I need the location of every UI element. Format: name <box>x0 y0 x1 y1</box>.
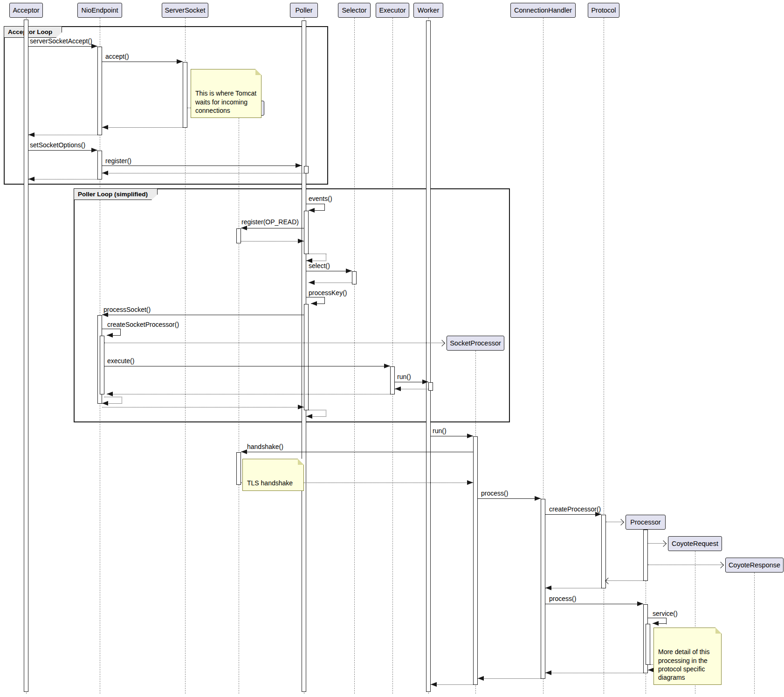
solid-arrowhead-icon <box>102 125 108 130</box>
return-line <box>326 410 326 417</box>
note-text: TLS handshake <box>247 479 293 487</box>
socket-channel-activation-1 <box>236 228 241 243</box>
participant-worker: Worker <box>413 3 443 18</box>
return-line <box>478 678 541 679</box>
participant-label: SocketProcessor <box>450 339 501 347</box>
participant-label: ServerSocket <box>165 7 205 14</box>
solid-arrowhead-icon <box>653 621 659 626</box>
message-label: handshake() <box>247 443 283 450</box>
message-label: setSocketOptions() <box>30 141 85 149</box>
participant-socket-processor: SocketProcessor <box>447 336 504 351</box>
return-line <box>431 684 473 685</box>
return-line <box>241 241 304 242</box>
message-line <box>102 62 183 62</box>
socket-channel-activation-2 <box>236 452 241 485</box>
message-label: processSocket() <box>103 306 151 313</box>
return-line <box>102 173 304 173</box>
return-line <box>545 673 643 673</box>
solid-arrowhead-icon <box>241 449 247 454</box>
return-line <box>102 407 304 407</box>
participant-protocol: Protocol <box>588 3 619 18</box>
return-line <box>28 135 97 135</box>
server-socket-activation <box>183 62 187 128</box>
message-line <box>104 366 390 366</box>
note-fold-icon <box>298 459 304 465</box>
poller-loop-frame-label: Poller Loop (simplified) <box>74 188 158 200</box>
message-label: accept() <box>105 53 129 60</box>
message-line <box>306 297 325 297</box>
participant-acceptor: Acceptor <box>9 3 43 18</box>
solid-arrowhead-icon <box>309 208 315 213</box>
solid-arrowhead-icon <box>296 163 302 168</box>
message-label: processKey() <box>309 289 347 297</box>
solid-arrowhead-icon <box>107 333 113 338</box>
solid-arrowhead-icon <box>177 59 183 64</box>
socket-processor-activation <box>473 436 478 685</box>
solid-arrowhead-icon <box>306 414 312 419</box>
solid-arrowhead-icon <box>545 670 551 675</box>
participant-label: Acceptor <box>13 7 39 14</box>
note-fold-icon <box>715 628 722 634</box>
selector-activation <box>352 271 357 284</box>
message-line <box>324 297 325 304</box>
note-text: This is where Tomcat waits for incoming … <box>195 90 256 114</box>
open-arrowhead-icon <box>618 519 624 525</box>
message-label: register() <box>105 157 131 165</box>
worker-run-activation <box>428 382 433 391</box>
solid-arrowhead-icon <box>91 44 97 48</box>
participant-coyote-response: CoyoteResponse <box>725 558 784 573</box>
return-line <box>122 397 122 404</box>
solid-arrowhead-icon <box>241 226 247 230</box>
participant-label: Worker <box>418 7 439 14</box>
participant-nio-endpoint: NioEndpoint <box>77 3 122 18</box>
participant-server-socket: ServerSocket <box>162 3 208 18</box>
solid-arrowhead-icon <box>298 405 304 409</box>
participant-poller: Poller <box>290 3 318 18</box>
message-line <box>120 329 121 336</box>
lifeline-coyote-response <box>754 573 755 694</box>
participant-label: Processor <box>630 518 660 526</box>
message-line <box>478 498 541 499</box>
message-label: register(OP_READ) <box>241 218 299 226</box>
note-accept-wait: This is where Tomcat waits for incoming … <box>191 69 261 118</box>
processor-activation-1 <box>643 530 648 581</box>
poller-events-activation <box>304 211 309 254</box>
solid-arrowhead-icon <box>637 601 643 606</box>
note-text: More detail of this processing in the pr… <box>658 648 710 681</box>
participant-label: CoyoteRequest <box>672 540 718 547</box>
message-label: process() <box>549 595 576 602</box>
message-label: createProcessor() <box>549 505 601 513</box>
solid-arrowhead-icon <box>311 301 317 306</box>
message-line <box>28 150 97 151</box>
message-line <box>306 204 325 204</box>
solid-arrowhead-icon <box>395 386 401 391</box>
participant-processor: Processor <box>626 515 666 530</box>
message-line <box>545 604 643 604</box>
lifeline-protocol <box>604 18 604 694</box>
solid-arrowhead-icon <box>91 148 97 152</box>
return-line <box>107 394 390 394</box>
participant-selector: Selector <box>338 3 371 18</box>
create-line <box>648 565 723 565</box>
connection-handler-activation <box>541 499 545 679</box>
nio-endpoint-activation-2 <box>97 151 102 179</box>
solid-arrowhead-icon <box>309 280 315 285</box>
solid-arrowhead-icon <box>545 586 551 590</box>
solid-arrowhead-icon <box>298 239 304 243</box>
message-line <box>545 514 601 515</box>
note-fold-icon <box>255 69 261 75</box>
message-label: serverSocketAccept() <box>30 37 92 45</box>
participant-label: Executor <box>379 7 406 14</box>
message-label: run() <box>433 427 447 435</box>
message-line <box>102 329 121 329</box>
return-line <box>309 283 352 283</box>
executor-activation <box>390 366 395 394</box>
solid-arrowhead-icon <box>422 380 428 384</box>
solid-arrowhead-icon <box>107 392 113 396</box>
acceptor-loop-frame <box>4 26 328 185</box>
return-line <box>309 254 326 254</box>
message-line <box>28 46 97 47</box>
solid-arrowhead-icon <box>346 269 352 273</box>
return-line <box>104 397 122 397</box>
message-line <box>306 271 352 271</box>
